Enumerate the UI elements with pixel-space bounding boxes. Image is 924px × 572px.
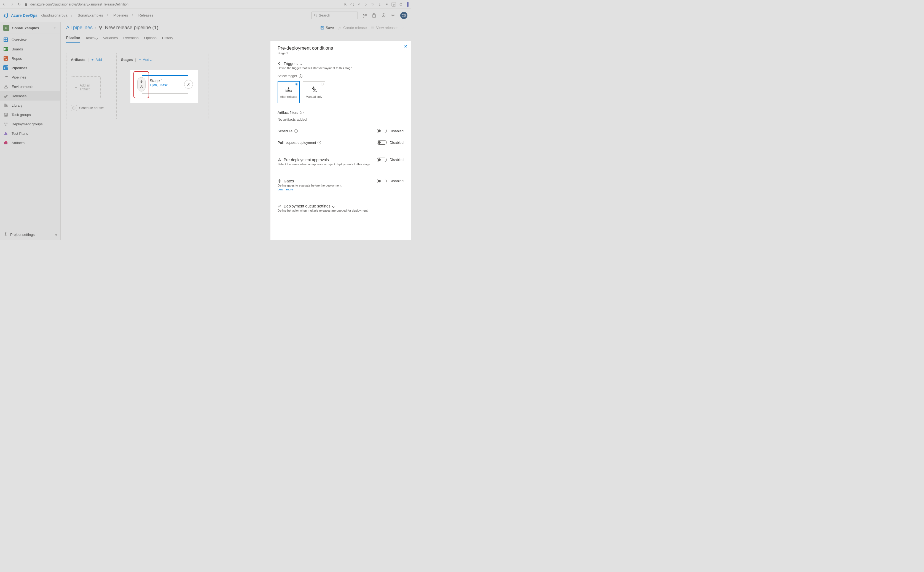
search-input[interactable] (311, 12, 358, 19)
svg-rect-7 (5, 40, 6, 41)
gear-icon (3, 232, 8, 237)
breadcrumb-section[interactable]: Pipelines (113, 13, 128, 17)
svg-rect-12 (6, 48, 8, 49)
project-selector[interactable]: S SonarExamples ＋ (0, 22, 61, 34)
breadcrumb-all-pipelines[interactable]: All pipelines (66, 25, 93, 31)
search-field[interactable] (319, 13, 355, 17)
tab-tasks[interactable]: Tasks (86, 33, 98, 43)
shopping-bag-icon[interactable] (372, 13, 376, 18)
tab-retention[interactable]: Retention (123, 33, 138, 43)
add-artifact-card[interactable]: ＋ Add an artifact (71, 76, 101, 98)
add-artifact-label: Add an artifact (80, 84, 98, 91)
browser-url[interactable]: dev.azure.com/claudiasonarova/SonarExamp… (30, 3, 128, 6)
list-icon[interactable]: ≡ (384, 2, 389, 6)
tasks-icon[interactable] (363, 13, 367, 18)
breadcrumb-project[interactable]: SonarExamples (78, 13, 103, 17)
radio-selected (296, 82, 298, 85)
view-releases-button[interactable]: View releases (370, 26, 398, 30)
browser-side-tab[interactable] (407, 2, 409, 7)
help-icon[interactable] (381, 13, 386, 18)
sidebar-item-repos[interactable]: Repos (0, 54, 61, 63)
add-stage-link[interactable]: ＋Add (138, 57, 152, 62)
browser-reload-icon[interactable]: ↻ (17, 2, 21, 6)
sidebar-item-artifacts[interactable]: Artifacts (0, 138, 61, 148)
open-external-icon[interactable]: ⇱ (343, 2, 347, 6)
create-release-button[interactable]: Create release (338, 26, 367, 30)
artifact-filters-body: No artifacts added. (278, 117, 404, 121)
shield-check-icon[interactable]: ✓ (357, 2, 361, 6)
panel-title: Pre-deployment conditions (278, 45, 404, 51)
sidebar-item-releases[interactable]: Releases (0, 91, 61, 101)
sidebar-item-task-groups[interactable]: Task groups (0, 110, 61, 119)
approvals-sub: Select the users who can approve or reje… (278, 163, 377, 166)
trigger-manual-only[interactable]: Manual only (303, 81, 325, 103)
triggers-head[interactable]: Triggers (278, 61, 404, 66)
tab-variables[interactable]: Variables (103, 33, 118, 43)
sidebar-item-library[interactable]: Library (0, 101, 61, 110)
save-button[interactable]: Save (320, 26, 334, 30)
cube-icon[interactable]: ⬡ (398, 2, 403, 6)
browser-chrome: ↻ dev.azure.com/claudiasonarova/SonarExa… (0, 0, 411, 9)
browser-back-icon[interactable] (2, 2, 6, 6)
project-settings-label: Project settings (10, 233, 35, 237)
breadcrumb-org[interactable]: claudiasonarova (41, 13, 67, 17)
svg-rect-29 (5, 141, 7, 142)
sidebar-item-deployment-groups[interactable]: Deployment groups (0, 119, 61, 129)
gates-head[interactable]: Gates (278, 179, 377, 183)
person-box-icon[interactable]: ⍟ (391, 2, 396, 6)
sidebar-label: Deployment groups (12, 122, 43, 126)
stage-highlight: Stage 1 1 job, 0 task (131, 70, 197, 102)
sidebar-item-pipelines-sub[interactable]: Pipelines (0, 73, 61, 82)
sidebar-item-pipelines[interactable]: Pipelines (0, 63, 61, 73)
post-deployment-button[interactable] (184, 80, 193, 89)
tab-history[interactable]: History (162, 33, 173, 43)
person-icon (278, 158, 282, 162)
play-icon[interactable]: ▷ (364, 2, 368, 6)
browser-forward-icon[interactable] (9, 2, 14, 6)
svg-point-27 (6, 124, 6, 125)
more-button[interactable]: ··· (402, 26, 405, 30)
schedule-row[interactable]: Schedule not set (71, 105, 106, 111)
heart-icon[interactable]: ♡ (371, 2, 375, 6)
queue-head[interactable]: Deployment queue settings (278, 204, 404, 208)
gates-state: Disabled (389, 179, 404, 183)
tab-options[interactable]: Options (144, 33, 157, 43)
close-icon[interactable]: ✕ (404, 44, 408, 49)
settings-icon[interactable] (391, 13, 395, 18)
approvals-toggle[interactable] (377, 158, 387, 162)
sidebar-item-environments[interactable]: Environments (0, 82, 61, 91)
tab-pipeline[interactable]: Pipeline (66, 33, 80, 43)
download-icon[interactable]: ⭳ (378, 2, 382, 6)
project-settings-link[interactable]: Project settings « (0, 229, 61, 240)
add-artifact-link[interactable]: ＋Add (91, 57, 102, 62)
pr-deploy-toggle[interactable] (377, 140, 387, 145)
camera-icon[interactable]: ◯ (350, 2, 354, 6)
add-project-icon[interactable]: ＋ (53, 25, 57, 31)
sidebar-label: Overview (12, 38, 26, 42)
collapse-icon[interactable]: « (55, 233, 57, 237)
info-icon[interactable]: i (300, 111, 303, 114)
approvals-head[interactable]: Pre-deployment approvals (278, 158, 377, 162)
breadcrumb-subsection[interactable]: Releases (138, 13, 153, 17)
info-icon[interactable]: i (299, 75, 302, 78)
brand-name[interactable]: Azure DevOps (11, 13, 37, 18)
avatar[interactable]: CS (400, 12, 408, 19)
info-icon[interactable]: i (317, 141, 321, 145)
svg-rect-6 (6, 38, 7, 39)
sidebar-item-test-plans[interactable]: Test Plans (0, 129, 61, 138)
page-title[interactable]: New release pipeline (1) (105, 25, 158, 31)
sidebar-label: Test Plans (12, 131, 28, 135)
info-icon[interactable]: i (294, 129, 298, 133)
sidebar-item-overview[interactable]: Overview (0, 35, 61, 44)
gates-toggle[interactable] (377, 179, 387, 183)
queue-sub: Define behavior when multiple releases a… (278, 209, 404, 212)
sidebar-item-boards[interactable]: Boards (0, 44, 61, 54)
trigger-after-release[interactable]: After release (278, 81, 300, 103)
gates-learn-more[interactable]: Learn more (278, 188, 377, 191)
pr-deploy-state: Disabled (389, 140, 404, 145)
link-icon (278, 204, 282, 208)
sidebar-label: Repos (12, 56, 22, 61)
stage-jobs-link[interactable]: 1 job, 0 task (150, 83, 185, 87)
schedule-toggle[interactable] (377, 129, 387, 133)
svg-point-44 (279, 159, 280, 160)
